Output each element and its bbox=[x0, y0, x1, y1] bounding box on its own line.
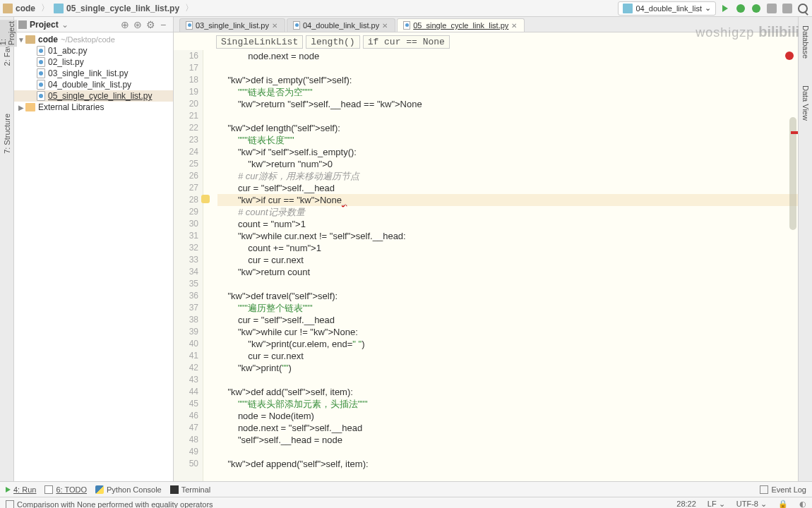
tree-file-item[interactable]: 01_abc.py bbox=[14, 45, 173, 56]
line-number[interactable]: 41 bbox=[174, 350, 198, 362]
code-line[interactable]: "kw">print("") bbox=[217, 362, 798, 374]
chevron-down-icon[interactable]: ⌄ bbox=[61, 20, 68, 30]
code-line[interactable]: "kw">while cur != "kw">None: bbox=[217, 326, 798, 338]
search-button[interactable] bbox=[796, 2, 809, 15]
line-number[interactable]: 25 bbox=[174, 158, 198, 170]
line-number[interactable]: 50 bbox=[174, 458, 198, 470]
line-number[interactable]: 17 bbox=[174, 62, 198, 74]
cursor-position[interactable]: 28:22 bbox=[676, 500, 696, 508]
line-number[interactable]: 24 bbox=[174, 146, 198, 158]
expand-icon[interactable]: ▼ bbox=[17, 35, 25, 44]
lock-icon[interactable]: 🔒 bbox=[778, 500, 788, 508]
code-line[interactable]: "kw">print(cur.elem, end=" ") bbox=[217, 338, 798, 350]
line-number[interactable]: 21 bbox=[174, 110, 198, 122]
line-number[interactable]: 23 bbox=[174, 134, 198, 146]
tab-project[interactable]: 1: Project bbox=[0, 20, 17, 47]
code-line[interactable] bbox=[217, 446, 798, 458]
error-stripe-mark[interactable] bbox=[791, 131, 798, 134]
inspection-icon[interactable]: ◐ bbox=[799, 500, 806, 508]
tool-todo[interactable]: 6: TODO bbox=[44, 485, 87, 494]
code-line[interactable]: cur = cur.next bbox=[217, 254, 798, 266]
line-number[interactable]: 36 bbox=[174, 290, 198, 302]
line-number[interactable]: 40 bbox=[174, 338, 198, 350]
line-number[interactable]: 48 bbox=[174, 434, 198, 446]
nav-current-file[interactable]: 05_single_cycle_link_list.py bbox=[65, 4, 181, 13]
line-number[interactable]: 32 bbox=[174, 242, 198, 254]
code-line[interactable]: # count记录数量 bbox=[217, 206, 798, 218]
hide-button[interactable]: − bbox=[157, 19, 169, 30]
code-line[interactable]: node.next = node bbox=[217, 50, 798, 62]
tab-data-view[interactable]: Data View bbox=[800, 83, 811, 123]
settings-button[interactable]: ⚙ bbox=[145, 19, 156, 30]
close-icon[interactable]: ✕ bbox=[382, 22, 389, 29]
code-line[interactable]: node = Node(item) bbox=[217, 410, 798, 422]
line-number[interactable]: 44 bbox=[174, 386, 198, 398]
code-line[interactable]: "kw">if "self">self.is_empty(): bbox=[217, 146, 798, 158]
code-content[interactable]: node.next = node "kw">def is_empty("self… bbox=[203, 50, 798, 481]
code-line[interactable]: count += "num">1 bbox=[217, 242, 798, 254]
file-encoding[interactable]: UTF-8 ⌄ bbox=[736, 500, 767, 508]
tool-run[interactable]: 4: Run bbox=[6, 485, 36, 494]
breadcrumb-statement[interactable]: if cur == None bbox=[363, 35, 450, 49]
line-number[interactable]: 28 bbox=[174, 194, 198, 206]
line-number[interactable]: 26 bbox=[174, 170, 198, 182]
line-number[interactable]: 27 bbox=[174, 182, 198, 194]
line-number[interactable]: 30 bbox=[174, 218, 198, 230]
error-indicator-icon[interactable] bbox=[785, 52, 794, 60]
close-icon[interactable]: ✕ bbox=[511, 22, 518, 29]
line-number[interactable]: 37 bbox=[174, 302, 198, 314]
tree-external-libraries[interactable]: ▶ External Libraries bbox=[14, 102, 173, 113]
select-opened-button[interactable]: ⊛ bbox=[132, 19, 143, 30]
close-icon[interactable]: ✕ bbox=[272, 22, 279, 29]
code-line[interactable]: # cur游标，用来移动遍历节点 bbox=[217, 170, 798, 182]
nav-root[interactable]: code bbox=[14, 4, 37, 13]
line-number[interactable]: 16 bbox=[174, 50, 198, 62]
editor-tab[interactable]: 05_single_cycle_link_list.py✕ bbox=[397, 18, 525, 32]
tab-database[interactable]: Database bbox=[800, 23, 811, 61]
tab-structure[interactable]: 7: Structure bbox=[1, 111, 13, 157]
line-number[interactable]: 34 bbox=[174, 266, 198, 278]
code-line[interactable]: "kw">return count bbox=[217, 266, 798, 278]
tree-file-item[interactable]: 04_double_link_list.py bbox=[14, 79, 173, 90]
line-number[interactable]: 35 bbox=[174, 278, 198, 290]
expand-icon[interactable]: ▶ bbox=[17, 103, 25, 111]
tool-terminal[interactable]: Terminal bbox=[170, 485, 211, 494]
vertical-scrollbar[interactable] bbox=[789, 117, 796, 230]
line-number[interactable]: 47 bbox=[174, 422, 198, 434]
code-line[interactable]: "kw">def add("self">self, item): bbox=[217, 386, 798, 398]
code-line[interactable]: """链表头部添加元素，头插法""" bbox=[217, 398, 798, 410]
code-line[interactable]: cur = "self">self.__head bbox=[217, 314, 798, 326]
code-line[interactable]: cur = cur.next bbox=[217, 350, 798, 362]
run-button[interactable] bbox=[719, 2, 732, 15]
line-number[interactable]: 29 bbox=[174, 206, 198, 218]
breadcrumb-class[interactable]: SingleLinkList bbox=[216, 35, 303, 49]
line-number[interactable]: 19 bbox=[174, 86, 198, 98]
code-line[interactable] bbox=[217, 374, 798, 386]
code-line[interactable]: count = "num">1 bbox=[217, 218, 798, 230]
code-line[interactable]: "kw">def length("self">self): bbox=[217, 122, 798, 134]
collapse-all-button[interactable]: ⊕ bbox=[119, 19, 131, 30]
line-number[interactable]: 43 bbox=[174, 374, 198, 386]
stop-button[interactable] bbox=[781, 2, 794, 15]
tree-file-item[interactable]: 03_single_link_list.py bbox=[14, 68, 173, 79]
tree-root-folder[interactable]: ▼ code ~/Desktop/code bbox=[14, 34, 173, 45]
code-line[interactable]: cur = "self">self.__head bbox=[217, 182, 798, 194]
code-line[interactable]: "kw">return "self">self.__head == "kw">N… bbox=[217, 98, 798, 110]
line-number[interactable]: 39 bbox=[174, 326, 198, 338]
line-number[interactable]: 38 bbox=[174, 314, 198, 326]
code-line[interactable]: """链表是否为空""" bbox=[217, 86, 798, 98]
tool-event-log[interactable]: Event Log bbox=[760, 485, 806, 494]
tool-python-console[interactable]: Python Console bbox=[95, 485, 162, 494]
run-configuration-dropdown[interactable]: 04_double_link_list ⌄ bbox=[618, 1, 716, 16]
code-line[interactable]: "kw">def append("self">self, item): bbox=[217, 458, 798, 470]
breadcrumb-method[interactable]: length() bbox=[306, 35, 359, 49]
code-line[interactable]: """遍历整个链表""" bbox=[217, 302, 798, 314]
code-line[interactable]: "kw">def is_empty("self">self): bbox=[217, 74, 798, 86]
code-line[interactable]: "kw">def travel("self">self): bbox=[217, 290, 798, 302]
code-line[interactable]: node.next = "self">self.__head bbox=[217, 422, 798, 434]
code-line[interactable]: "kw">if cur == "kw">None_ bbox=[217, 194, 798, 206]
code-line[interactable]: """链表长度""" bbox=[217, 134, 798, 146]
line-number[interactable]: 20 bbox=[174, 98, 198, 110]
line-number[interactable]: 45 bbox=[174, 398, 198, 410]
status-icon[interactable] bbox=[6, 500, 14, 509]
